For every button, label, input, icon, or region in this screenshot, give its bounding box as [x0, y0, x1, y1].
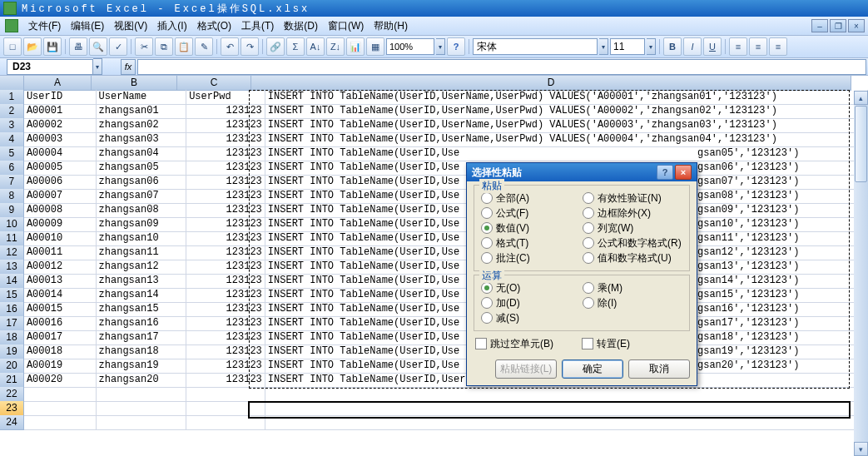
- save-button[interactable]: 💾: [43, 37, 62, 56]
- cell[interactable]: [24, 401, 97, 416]
- paste-option-4[interactable]: 值和数字格式(U): [583, 250, 684, 265]
- name-box[interactable]: D23: [7, 59, 93, 75]
- select-all-corner[interactable]: [0, 76, 24, 91]
- cell[interactable]: INSERT INTO TableName(UserID,UserName,Us…: [265, 118, 868, 133]
- op-option-1[interactable]: 除(I): [583, 295, 684, 310]
- pivot-button[interactable]: ▦: [366, 37, 384, 56]
- col-header-B[interactable]: B: [92, 76, 177, 91]
- cell[interactable]: zhangsan17: [97, 330, 187, 345]
- sort-asc-button[interactable]: A↓: [306, 37, 325, 56]
- vertical-scrollbar[interactable]: ▴ ▾: [854, 91, 868, 456]
- cell[interactable]: A00005: [24, 161, 97, 176]
- cell[interactable]: UserPwd: [186, 90, 265, 105]
- row-header-18[interactable]: 18: [0, 330, 24, 345]
- cell[interactable]: A00010: [24, 231, 97, 246]
- cell[interactable]: A00017: [24, 330, 97, 345]
- fx-button[interactable]: fx: [121, 59, 136, 75]
- cell[interactable]: zhangsan11: [97, 245, 187, 260]
- workbook-icon[interactable]: [5, 19, 18, 32]
- cell[interactable]: [265, 387, 868, 402]
- preview-button[interactable]: 🔍: [89, 37, 107, 56]
- row-header-21[interactable]: 21: [0, 373, 24, 388]
- new-button[interactable]: □: [3, 37, 22, 56]
- row-header-16[interactable]: 16: [0, 302, 24, 317]
- row-header-3[interactable]: 3: [0, 118, 24, 133]
- cell[interactable]: A00008: [24, 203, 97, 218]
- paste-option-3[interactable]: 公式和数字格式(R): [583, 235, 684, 250]
- row-header-1[interactable]: 1: [0, 90, 24, 105]
- scroll-up-icon[interactable]: ▴: [854, 91, 868, 105]
- cell[interactable]: [24, 387, 97, 402]
- cell[interactable]: INSERT INTO TableName(UserID,UserName,Us…: [265, 90, 868, 105]
- hyperlink-button[interactable]: 🔗: [266, 37, 285, 56]
- copy-button[interactable]: ⧉: [155, 37, 173, 56]
- cell[interactable]: A00013: [24, 274, 97, 289]
- paste-option-2[interactable]: 列宽(W): [583, 221, 684, 235]
- cell[interactable]: [186, 415, 265, 430]
- cell[interactable]: [265, 401, 868, 416]
- cell[interactable]: 123123: [186, 359, 265, 374]
- cut-button[interactable]: ✂: [135, 37, 153, 56]
- row-header-13[interactable]: 13: [0, 260, 24, 275]
- cell[interactable]: UserID: [24, 90, 97, 105]
- cell[interactable]: zhangsan20: [97, 373, 187, 388]
- cell[interactable]: A00006: [24, 175, 97, 190]
- cell[interactable]: [24, 415, 97, 430]
- cell[interactable]: 123123: [186, 245, 265, 260]
- cell[interactable]: 123123: [186, 344, 265, 359]
- cell[interactable]: A00016: [24, 316, 97, 331]
- cell[interactable]: 123123: [186, 118, 265, 133]
- row-header-19[interactable]: 19: [0, 344, 24, 359]
- menu-2[interactable]: 视图(V): [109, 18, 152, 33]
- paste-button[interactable]: 📋: [175, 37, 193, 56]
- cell[interactable]: zhangsan13: [97, 274, 187, 289]
- bold-button[interactable]: B: [663, 37, 682, 56]
- font-name-combo[interactable]: 宋体: [473, 38, 598, 55]
- op-option-1[interactable]: 加(D): [481, 295, 583, 310]
- cell[interactable]: zhangsan09: [97, 217, 187, 232]
- row-header-5[interactable]: 5: [0, 146, 24, 161]
- underline-button[interactable]: U: [703, 37, 722, 56]
- row-header-20[interactable]: 20: [0, 359, 24, 374]
- col-header-C[interactable]: C: [177, 76, 251, 91]
- paste-option-0[interactable]: 有效性验证(N): [583, 191, 684, 206]
- cell[interactable]: zhangsan10: [97, 231, 187, 246]
- row-header-7[interactable]: 7: [0, 175, 24, 190]
- cell[interactable]: A00001: [24, 104, 97, 119]
- menu-1[interactable]: 编辑(E): [66, 18, 109, 33]
- menu-3[interactable]: 插入(I): [152, 18, 191, 33]
- mdi-close-icon[interactable]: ×: [848, 19, 865, 32]
- spell-button[interactable]: ✓: [109, 37, 127, 56]
- cell[interactable]: A00004: [24, 146, 97, 161]
- align-center-button[interactable]: ≡: [749, 37, 767, 56]
- row-header-17[interactable]: 17: [0, 316, 24, 331]
- cell[interactable]: 123123: [186, 373, 265, 388]
- cell[interactable]: 123123: [186, 302, 265, 317]
- help-button[interactable]: ?: [447, 37, 465, 56]
- font-name-dropdown-icon[interactable]: ▾: [599, 38, 608, 55]
- row-header-15[interactable]: 15: [0, 288, 24, 303]
- cell[interactable]: A00014: [24, 288, 97, 303]
- cell[interactable]: A00015: [24, 302, 97, 317]
- cell[interactable]: 123123: [186, 203, 265, 218]
- menu-5[interactable]: 工具(T): [236, 18, 279, 33]
- cell[interactable]: [97, 415, 187, 430]
- redo-button[interactable]: ↷: [241, 37, 259, 56]
- cell[interactable]: zhangsan19: [97, 359, 187, 374]
- op-option-0[interactable]: 乘(M): [583, 280, 684, 295]
- zoom-dropdown-icon[interactable]: ▾: [436, 38, 445, 55]
- row-header-11[interactable]: 11: [0, 231, 24, 246]
- cell[interactable]: [186, 387, 265, 402]
- cell[interactable]: 123123: [186, 189, 265, 204]
- align-right-button[interactable]: ≡: [769, 37, 787, 56]
- mdi-minimize-icon[interactable]: –: [811, 19, 828, 32]
- zoom-combo[interactable]: 100%: [386, 38, 434, 55]
- cancel-button[interactable]: 取消: [628, 359, 690, 379]
- sort-desc-button[interactable]: Z↓: [326, 37, 345, 56]
- menu-0[interactable]: 文件(F): [23, 18, 66, 33]
- dialog-close-button[interactable]: ×: [675, 165, 692, 180]
- undo-button[interactable]: ↶: [221, 37, 239, 56]
- align-left-button[interactable]: ≡: [729, 37, 747, 56]
- format-painter-button[interactable]: ✎: [195, 37, 213, 56]
- row-header-24[interactable]: 24: [0, 415, 24, 430]
